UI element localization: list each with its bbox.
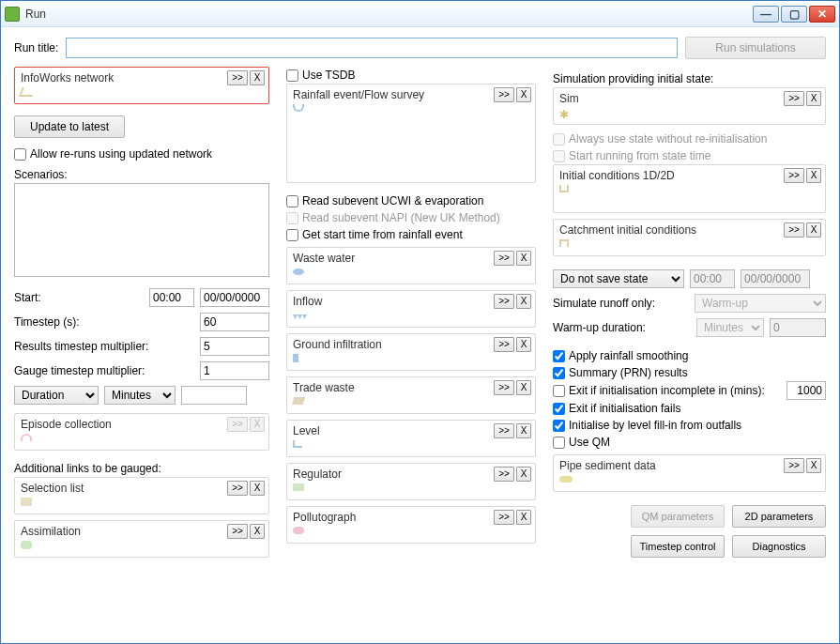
duration-value-input[interactable]: [181, 386, 247, 405]
save-state-date-input: [741, 269, 810, 288]
use-qm-checkbox[interactable]: Use QM: [553, 436, 826, 449]
trade-waste-clear-button[interactable]: X: [516, 380, 531, 395]
catchment-cond-clear-button[interactable]: X: [806, 222, 821, 238]
pollutograph-clear-button[interactable]: X: [516, 510, 531, 525]
level-dropbox[interactable]: Level >>X: [286, 420, 536, 457]
init-level-fill-checkbox[interactable]: Initialise by level fill-in from outfall…: [553, 419, 826, 432]
rainfall-dropbox[interactable]: Rainfall event/Flow survey >> X: [286, 84, 536, 183]
save-state-select[interactable]: Do not save state: [553, 269, 684, 288]
sim-browse-button[interactable]: >>: [784, 91, 804, 106]
exit-fails-checkbox[interactable]: Exit if initialisation fails: [553, 402, 826, 415]
start-date-input[interactable]: [200, 288, 269, 307]
close-button[interactable]: ✕: [809, 6, 835, 23]
pipe-sediment-browse-button[interactable]: >>: [784, 458, 804, 473]
ground-inf-browse-button[interactable]: >>: [494, 337, 514, 352]
initial-cond-clear-button[interactable]: X: [806, 168, 821, 183]
waste-water-clear-button[interactable]: X: [516, 251, 531, 266]
pollutograph-icon: [293, 527, 304, 534]
client-area: Run title: Run simulations InfoWorks net…: [1, 27, 839, 643]
selection-icon: [21, 498, 32, 506]
maximize-button[interactable]: ▢: [781, 6, 807, 23]
waste-water-dropbox[interactable]: Waste water >>X: [286, 247, 536, 284]
level-clear-button[interactable]: X: [516, 423, 531, 438]
exit-incomplete-value-input[interactable]: [787, 381, 826, 400]
read-ucwi-checkbox[interactable]: Read subevent UCWI & evaporation: [286, 194, 536, 207]
scenarios-listbox[interactable]: [14, 183, 269, 277]
selection-clear-button[interactable]: X: [250, 481, 265, 496]
initial-cond-browse-button[interactable]: >>: [784, 168, 804, 183]
sim-dropbox[interactable]: Sim >>X ✱: [553, 87, 826, 125]
timestep-input[interactable]: [200, 313, 269, 331]
pollutograph-dropbox[interactable]: Pollutograph >>X: [286, 506, 536, 544]
catchment-cond-browse-button[interactable]: >>: [784, 222, 804, 238]
warmup-value-input: [770, 318, 826, 337]
ground-inf-clear-button[interactable]: X: [516, 337, 531, 352]
run-title-input[interactable]: [66, 38, 678, 58]
inflow-dropbox[interactable]: Inflow >>X ▾▾▾: [286, 290, 536, 328]
apply-smoothing-checkbox[interactable]: Apply rainfall smoothing: [553, 349, 826, 362]
trade-waste-browse-button[interactable]: >>: [494, 380, 514, 395]
pipe-sediment-clear-button[interactable]: X: [806, 458, 821, 473]
run-simulations-button[interactable]: Run simulations: [685, 37, 826, 59]
sim-providing-label: Simulation providing initial state:: [553, 72, 826, 85]
ground-inf-icon: [293, 354, 298, 362]
assimilation-browse-button[interactable]: >>: [227, 524, 248, 539]
inflow-icon: ▾▾▾: [293, 311, 306, 320]
catchment-cond-icon: [559, 239, 569, 247]
trade-waste-icon: [292, 397, 305, 405]
regulator-browse-button[interactable]: >>: [494, 467, 514, 482]
gauge-mult-input[interactable]: [200, 361, 269, 380]
assimilation-clear-button[interactable]: X: [250, 524, 265, 539]
simulate-runoff-select: Warm-up: [695, 294, 826, 313]
results-mult-label: Results timestep multiplier:: [14, 340, 194, 353]
regulator-dropbox[interactable]: Regulator >>X: [286, 463, 536, 500]
pollutograph-browse-button[interactable]: >>: [494, 510, 514, 525]
diagnostics-button[interactable]: Diagnostics: [732, 535, 826, 558]
read-napi-checkbox: Read subevent NAPI (New UK Method): [286, 211, 536, 224]
selection-browse-button[interactable]: >>: [227, 481, 248, 496]
rainfall-clear-button[interactable]: X: [516, 87, 531, 102]
get-start-time-checkbox[interactable]: Get start time from rainfall event: [286, 228, 536, 241]
summary-prn-checkbox[interactable]: Summary (PRN) results: [553, 366, 826, 379]
app-icon: [5, 7, 20, 22]
catchment-conditions-dropbox[interactable]: Catchment initial conditions >>X: [553, 219, 826, 256]
assimilation-icon: [21, 541, 32, 549]
episode-browse-button: >>: [227, 417, 248, 432]
allow-reruns-checkbox[interactable]: Allow re-runs using updated network: [14, 147, 269, 161]
start-label: Start:: [14, 291, 144, 304]
network-clear-button[interactable]: X: [250, 70, 265, 85]
waste-water-browse-button[interactable]: >>: [494, 251, 514, 266]
use-tsdb-checkbox[interactable]: Use TSDB: [286, 69, 536, 82]
warmup-duration-label: Warm-up duration:: [553, 321, 691, 334]
timestep-label: Timestep (s):: [14, 315, 194, 329]
level-browse-button[interactable]: >>: [494, 423, 514, 438]
inflow-browse-button[interactable]: >>: [494, 294, 514, 309]
warmup-unit-select: Minutes: [696, 318, 764, 337]
selection-list-dropbox[interactable]: Selection list >> X: [14, 477, 269, 514]
pipe-sediment-dropbox[interactable]: Pipe sediment data >>X: [553, 454, 826, 492]
network-browse-button[interactable]: >>: [227, 70, 248, 85]
rainfall-icon: [293, 104, 304, 112]
update-to-latest-button[interactable]: Update to latest: [14, 115, 125, 138]
exit-incomplete-checkbox[interactable]: Exit if initialisation incomplete in (mi…: [553, 384, 781, 397]
initial-conditions-dropbox[interactable]: Initial conditions 1D/2D >>X: [553, 164, 826, 213]
timestep-control-button[interactable]: Timestep control: [631, 535, 725, 558]
always-use-state-checkbox: Always use state without re-initialisati…: [553, 132, 826, 146]
inflow-clear-button[interactable]: X: [516, 294, 531, 309]
rainfall-browse-button[interactable]: >>: [494, 87, 514, 102]
minimize-button[interactable]: —: [753, 6, 779, 23]
duration-unit-select[interactable]: Minutes: [104, 386, 176, 405]
2d-parameters-button[interactable]: 2D parameters: [732, 505, 826, 528]
regulator-clear-button[interactable]: X: [516, 467, 531, 482]
start-time-input[interactable]: [149, 288, 194, 307]
results-mult-input[interactable]: [200, 337, 269, 356]
duration-mode-select[interactable]: Duration: [14, 386, 99, 405]
titlebar: Run — ▢ ✕: [1, 1, 839, 27]
trade-waste-dropbox[interactable]: Trade waste >>X: [286, 376, 536, 414]
sim-clear-button[interactable]: X: [806, 91, 821, 106]
qm-parameters-button[interactable]: QM parameters: [631, 505, 725, 528]
run-title-label: Run title:: [14, 41, 58, 54]
assimilation-dropbox[interactable]: Assimilation >> X: [14, 520, 269, 558]
infoworks-network-dropbox[interactable]: InfoWorks network >> X: [14, 67, 269, 104]
ground-infiltration-dropbox[interactable]: Ground infiltration >>X: [286, 333, 536, 371]
